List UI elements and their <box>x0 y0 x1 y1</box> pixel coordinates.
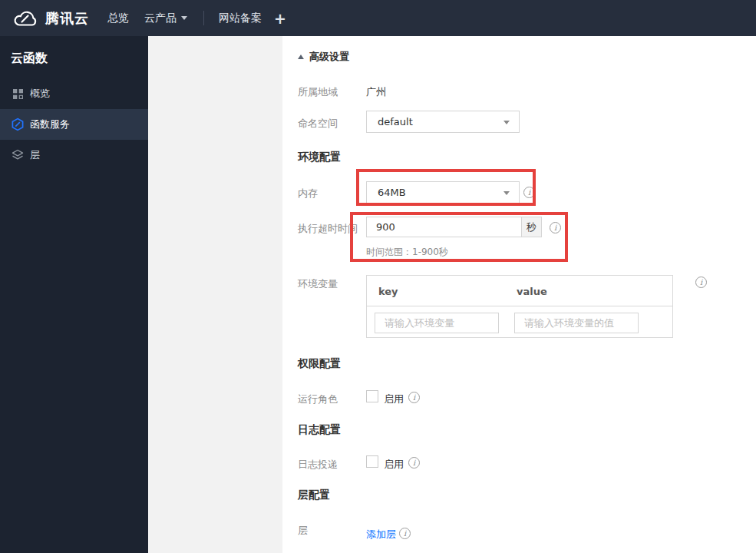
topnav-add-button[interactable]: + <box>274 0 286 36</box>
log-delivery-checkbox[interactable] <box>366 455 378 468</box>
sidebar-product-title: 云函数 <box>11 51 48 67</box>
envvars-label: 环境变量 <box>298 277 338 291</box>
grid-icon <box>11 87 25 101</box>
sidebar-item-overview[interactable]: 概览 <box>0 78 148 109</box>
envvars-key-header: key <box>378 286 398 297</box>
run-role-info-icon[interactable]: i <box>408 392 420 403</box>
timeout-range-hint: 时间范围：1-900秒 <box>366 246 448 259</box>
tencent-cloud-logo[interactable]: 腾讯云 <box>12 0 89 36</box>
memory-selected-value: 64MB <box>378 187 406 198</box>
chevron-down-icon <box>503 191 510 195</box>
run-role-enable-label: 启用 <box>384 392 404 406</box>
section-title-permission: 权限配置 <box>298 357 341 371</box>
topbar: 腾讯云 总览 云产品 网站备案 + <box>0 0 756 36</box>
envvars-table-header: key value <box>367 276 672 306</box>
sidebar-item-layers[interactable]: 层 <box>0 140 148 171</box>
chevron-down-icon <box>181 16 187 20</box>
advanced-settings-label: 高级设置 <box>309 50 349 64</box>
sidebar-item-label: 层 <box>30 148 40 162</box>
topnav-cloud-products-label: 云产品 <box>144 12 177 25</box>
envvars-value-header: value <box>517 286 547 297</box>
topnav-icp-filing[interactable]: 网站备案 <box>219 0 262 36</box>
brand-name: 腾讯云 <box>45 9 89 28</box>
layers-icon <box>11 148 25 162</box>
layer-label: 层 <box>298 524 308 538</box>
sidebar-item-label: 函数服务 <box>30 118 70 131</box>
log-delivery-label: 日志投递 <box>298 458 338 472</box>
add-layer-link[interactable]: 添加层 <box>366 528 396 541</box>
log-delivery-enable-label: 启用 <box>384 458 404 472</box>
region-label: 所属地域 <box>298 85 338 99</box>
timeout-info-icon[interactable]: i <box>550 222 561 233</box>
chevron-down-icon <box>503 121 510 124</box>
collapse-arrow-icon <box>298 55 304 59</box>
timeout-input-group: 秒 <box>366 217 542 237</box>
sidebar-item-function-service[interactable]: 函数服务 <box>0 109 148 140</box>
info-glyph: i <box>528 188 530 197</box>
sidebar: 云函数 概览 函数服务 层 <box>0 36 148 553</box>
function-config-form: 高级设置 所属地域 广州 命名空间 default 环境配置 内存 64MB i… <box>282 36 756 553</box>
memory-label: 内存 <box>298 187 318 200</box>
run-role-checkbox[interactable] <box>366 390 378 402</box>
envvars-info-icon[interactable]: i <box>695 276 707 288</box>
timeout-label: 执行超时时间 <box>298 222 358 236</box>
section-title-layer: 层配置 <box>298 488 330 502</box>
envvar-value-input[interactable] <box>514 313 639 333</box>
envvars-table: key value <box>366 275 673 338</box>
info-glyph: i <box>413 393 415 402</box>
namespace-select[interactable]: default <box>366 111 520 133</box>
namespace-label: 命名空间 <box>298 117 338 131</box>
section-title-log: 日志配置 <box>298 423 341 437</box>
namespace-selected-value: default <box>378 116 413 127</box>
info-glyph: i <box>554 224 556 232</box>
log-delivery-info-icon[interactable]: i <box>408 457 420 469</box>
memory-info-icon[interactable]: i <box>523 187 535 198</box>
topnav-overview[interactable]: 总览 <box>107 0 129 36</box>
topnav-cloud-products[interactable]: 云产品 <box>144 0 187 36</box>
timeout-input[interactable] <box>366 217 522 237</box>
run-role-label: 运行角色 <box>298 392 338 406</box>
envvar-key-input[interactable] <box>375 313 499 333</box>
info-glyph: i <box>700 278 702 286</box>
section-title-environment: 环境配置 <box>298 151 341 164</box>
topbar-divider <box>203 11 204 25</box>
scf-hexagon-icon <box>11 118 25 131</box>
sidebar-item-label: 概览 <box>30 87 50 101</box>
secondary-panel <box>148 36 282 553</box>
advanced-settings-toggle[interactable]: 高级设置 <box>298 50 349 64</box>
layer-info-icon[interactable]: i <box>399 528 411 539</box>
region-value: 广州 <box>366 85 386 99</box>
cloud-logo-icon <box>12 8 38 28</box>
info-glyph: i <box>413 459 415 467</box>
timeout-unit-suffix: 秒 <box>522 217 542 237</box>
info-glyph: i <box>404 529 406 538</box>
memory-select[interactable]: 64MB <box>366 181 520 204</box>
